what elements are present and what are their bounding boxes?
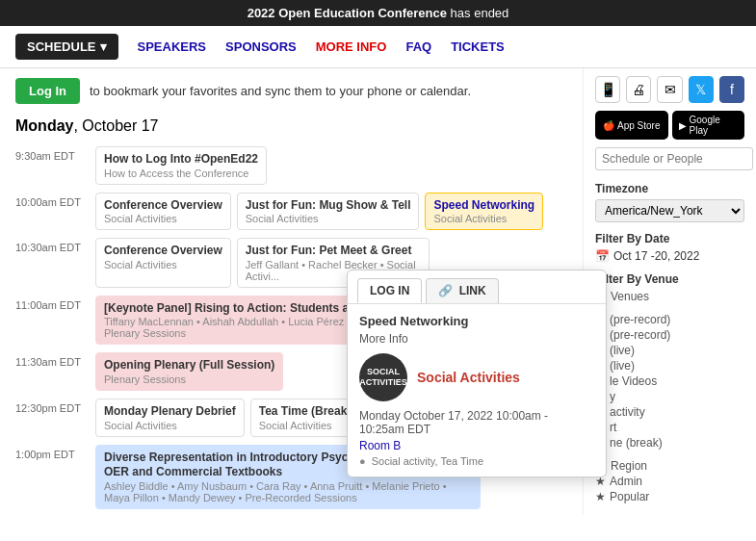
email-icon-btn[interactable]: ✉ — [657, 76, 682, 103]
popup-body: Speed Networking More Info SOCIALACTIVIT… — [348, 304, 606, 477]
day-header: Monday, October 17 — [15, 117, 567, 135]
session-speed-networking[interactable]: Speed Networking Social Activities — [425, 193, 543, 231]
twitter-icon-btn[interactable]: 𝕏 — [689, 76, 714, 103]
session-login[interactable]: How to Log Into #OpenEd22 How to Access … — [95, 146, 267, 185]
nav-speakers[interactable]: SPEAKERS — [138, 39, 207, 54]
session-mug[interactable]: Just for Fun: Mug Show & Tell Social Act… — [237, 193, 420, 231]
popup-datetime: Monday October 17, 2022 10:00am - 10:25a… — [359, 409, 594, 436]
filter-popular[interactable]: ★ Popular — [595, 490, 744, 503]
filter-venue-section: Filter By Venue 🏷 Venues — [595, 272, 744, 303]
right-sidebar: 📱 🖨 ✉ 𝕏 f 🍎 App Store ▶ Google Play Sear… — [583, 68, 756, 515]
filter-rt[interactable]: ☐ rt — [595, 421, 744, 434]
time-1000: 10:00am EDT — [15, 193, 88, 208]
star-popular-icon: ★ — [595, 490, 606, 503]
popup-category-name: Social Activities — [417, 370, 520, 385]
filter-live2[interactable]: ☐ (live) — [595, 359, 744, 373]
time-1030: 10:30am EDT — [15, 238, 88, 253]
time-1230: 12:30pm EDT — [15, 399, 88, 414]
nav-moreinfo[interactable]: MORE INFO — [316, 39, 387, 54]
day-date: , October 17 — [73, 117, 158, 134]
nav-schedule[interactable]: SCHEDULE ▾ — [15, 34, 118, 60]
filter-date-section: Filter By Date 📅 Oct 17 -20, 2022 — [595, 232, 744, 263]
search-input[interactable] — [595, 147, 753, 170]
store-buttons: 🍎 App Store ▶ Google Play — [595, 111, 744, 140]
filter-break[interactable]: ☐ ne (break) — [595, 436, 744, 450]
nav-bar: SCHEDULE ▾ SPEAKERS SPONSORS MORE INFO F… — [0, 26, 756, 68]
filter-prerecord1[interactable]: ☐ (pre-record) — [595, 313, 744, 326]
session-overview-1000[interactable]: Conference Overview Social Activities — [95, 193, 231, 231]
filter-admin[interactable]: ★ Admin — [595, 475, 744, 488]
search-bar: Search — [595, 147, 744, 170]
filter-prerecord2[interactable]: ☐ (pre-record) — [595, 328, 744, 342]
filter-region-section: 🏷 Region ★ Admin ★ Popular — [595, 459, 744, 503]
nav-sponsors[interactable]: SPONSORS — [225, 39, 297, 54]
filter-videos[interactable]: ☐ le Videos — [595, 374, 744, 388]
popup-category-row: SOCIALACTIVITIES Social Activities — [359, 353, 594, 401]
popup-title: Speed Networking — [359, 314, 594, 328]
filter-date-value: 📅 Oct 17 -20, 2022 — [595, 249, 744, 263]
popup-tags: ● Social activity, Tea Time — [359, 455, 594, 467]
popup-tab-login[interactable]: LOG IN — [357, 278, 422, 303]
filter-live1[interactable]: ☐ (live) — [595, 344, 744, 357]
session-overview-1030[interactable]: Conference Overview Social Activities — [95, 238, 231, 288]
login-button[interactable]: Log In — [15, 78, 80, 104]
googleplay-button[interactable]: ▶ Google Play — [672, 111, 745, 140]
filter-y[interactable]: ☐ y — [595, 390, 744, 403]
session-popup: LOG IN 🔗 LINK Speed Networking More Info… — [347, 270, 607, 477]
login-bar: Log In to bookmark your favorites and sy… — [15, 78, 567, 104]
twitter-feed-section: Twitter Feed — [595, 513, 744, 515]
mobile-icon-btn[interactable]: 📱 — [595, 76, 620, 103]
conference-status: has ended — [447, 6, 508, 20]
schedule-row-930: 9:30am EDT How to Log Into #OpenEd22 How… — [15, 146, 567, 185]
time-100: 1:00pm EDT — [15, 445, 88, 460]
day-label: Monday — [15, 117, 73, 134]
twitter-feed-label: Twitter Feed — [595, 513, 744, 515]
popup-category-badge: SOCIALACTIVITIES — [359, 353, 407, 401]
time-930: 9:30am EDT — [15, 146, 88, 162]
session-monday-debrief[interactable]: Monday Plenary Debrief Social Activities — [95, 399, 245, 437]
filter-region[interactable]: 🏷 Region — [595, 459, 744, 473]
login-text: to bookmark your favorites and sync them… — [90, 84, 471, 98]
popup-room[interactable]: Room B — [359, 439, 594, 452]
schedule-row-1000: 10:00am EDT Conference Overview Social A… — [15, 193, 567, 231]
tags-dot-icon: ● — [359, 455, 366, 467]
facebook-icon-btn[interactable]: f — [719, 76, 744, 103]
popup-tabs: LOG IN 🔗 LINK — [348, 270, 606, 304]
filter-date-label: Filter By Date — [595, 232, 744, 245]
nav-faq[interactable]: FAQ — [405, 39, 431, 54]
nav-tickets[interactable]: TICKETS — [451, 39, 505, 54]
appstore-button[interactable]: 🍎 App Store — [595, 111, 668, 140]
link-icon: 🔗 — [438, 284, 453, 297]
filter-activity[interactable]: ☐ activity — [595, 405, 744, 419]
timezone-select[interactable]: America/New_York — [595, 199, 744, 222]
conference-name: 2022 Open Education Conference — [248, 6, 447, 20]
timezone-section: Timezone America/New_York — [595, 182, 744, 222]
venue-item[interactable]: 🏷 Venues — [595, 290, 744, 303]
popup-more-info[interactable]: More Info — [359, 332, 594, 346]
sidebar-icons: 📱 🖨 ✉ 𝕏 f — [595, 76, 744, 103]
calendar-icon: 📅 — [595, 249, 610, 263]
sessions-930: How to Log Into #OpenEd22 How to Access … — [95, 146, 567, 185]
session-opening-plenary[interactable]: Opening Plenary (Full Session) Plenary S… — [95, 352, 283, 391]
time-1130: 11:30am EDT — [15, 352, 88, 368]
filter-venue-label: Filter By Venue — [595, 272, 744, 286]
sessions-1000: Conference Overview Social Activities Ju… — [95, 193, 567, 231]
filter-type-section: ☐ (pre-record) ☐ (pre-record) ☐ (live) ☐… — [595, 313, 744, 450]
print-icon-btn[interactable]: 🖨 — [626, 76, 651, 103]
time-1100: 11:00am EDT — [15, 296, 88, 311]
timezone-label: Timezone — [595, 182, 744, 195]
popup-tab-link[interactable]: 🔗 LINK — [426, 278, 498, 303]
top-bar: 2022 Open Education Conference has ended — [0, 0, 756, 26]
